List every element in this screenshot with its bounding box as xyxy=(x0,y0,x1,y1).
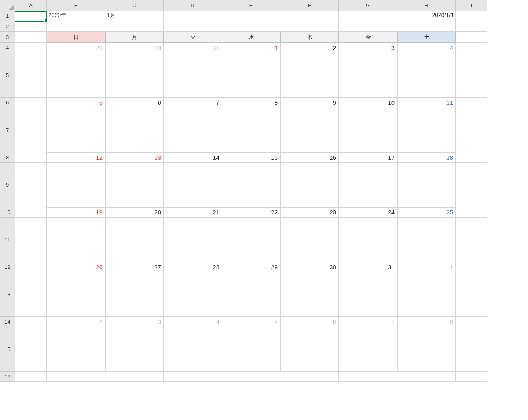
cell-A14[interactable] xyxy=(15,317,47,327)
calendar-day-number[interactable]: 4 xyxy=(397,43,456,53)
calendar-day-number[interactable]: 23 xyxy=(280,207,339,218)
calendar-day-number[interactable]: 17 xyxy=(339,152,397,163)
cell-A1[interactable] xyxy=(15,11,47,21)
calendar-day-number[interactable]: 6 xyxy=(105,98,164,108)
calendar-day-body[interactable] xyxy=(280,327,339,372)
calendar-day-body[interactable] xyxy=(47,327,105,372)
calendar-day-body[interactable] xyxy=(339,218,397,262)
row-header-7[interactable]: 7 xyxy=(0,108,15,152)
row-header-14[interactable]: 14 xyxy=(0,317,15,327)
day-header-1[interactable]: 月 xyxy=(105,32,164,43)
calendar-day-number[interactable]: 7 xyxy=(164,98,222,108)
cell-D2[interactable] xyxy=(164,21,222,32)
cell-A15[interactable] xyxy=(15,327,47,372)
cell-E2[interactable] xyxy=(222,21,280,32)
calendar-day-body[interactable] xyxy=(47,108,105,152)
row-header-5[interactable]: 5 xyxy=(0,53,15,98)
calendar-day-number[interactable]: 15 xyxy=(222,152,280,163)
calendar-day-number[interactable]: 2 xyxy=(280,43,339,53)
column-header-E[interactable]: E xyxy=(222,0,280,11)
row-header-10[interactable]: 10 xyxy=(0,207,15,218)
cell-I8[interactable] xyxy=(456,152,487,163)
cell-H2[interactable] xyxy=(397,21,456,32)
calendar-day-number[interactable]: 1 xyxy=(222,43,280,53)
calendar-day-body[interactable] xyxy=(222,218,280,262)
cell-I15[interactable] xyxy=(456,327,487,372)
calendar-day-number[interactable]: 8 xyxy=(222,98,280,108)
calendar-day-number[interactable]: 5 xyxy=(47,98,105,108)
column-header-I[interactable]: I xyxy=(456,0,487,11)
calendar-day-number[interactable]: 3 xyxy=(339,43,397,53)
calendar-day-number[interactable]: 30 xyxy=(105,43,164,53)
cell-F1[interactable] xyxy=(280,11,339,21)
day-header-5[interactable]: 金 xyxy=(339,32,397,43)
cell-A11[interactable] xyxy=(15,218,47,262)
calendar-day-body[interactable] xyxy=(339,53,397,98)
calendar-day-body[interactable] xyxy=(397,108,456,152)
cell-C16[interactable] xyxy=(105,372,164,382)
calendar-day-number[interactable]: 31 xyxy=(164,43,222,53)
cell-I14[interactable] xyxy=(456,317,487,327)
cell-A12[interactable] xyxy=(15,262,47,272)
calendar-day-body[interactable] xyxy=(280,272,339,317)
calendar-day-number[interactable]: 29 xyxy=(222,262,280,272)
calendar-day-body[interactable] xyxy=(222,53,280,98)
cell-I4[interactable] xyxy=(456,43,487,53)
calendar-day-body[interactable] xyxy=(105,327,164,372)
calendar-day-body[interactable] xyxy=(339,108,397,152)
cell-I3[interactable] xyxy=(456,32,487,43)
cell-B16[interactable] xyxy=(47,372,105,382)
calendar-day-body[interactable] xyxy=(105,272,164,317)
calendar-day-number[interactable]: 14 xyxy=(164,152,222,163)
calendar-day-body[interactable] xyxy=(164,327,222,372)
calendar-day-body[interactable] xyxy=(105,218,164,262)
calendar-day-number[interactable]: 10 xyxy=(339,98,397,108)
row-header-13[interactable]: 13 xyxy=(0,272,15,317)
cell-D1[interactable] xyxy=(164,11,222,21)
cell-A5[interactable] xyxy=(15,53,47,98)
cell-I5[interactable] xyxy=(456,53,487,98)
calendar-day-number[interactable]: 26 xyxy=(47,262,105,272)
column-header-C[interactable]: C xyxy=(105,0,164,11)
cell-I12[interactable] xyxy=(456,262,487,272)
column-header-A[interactable]: A xyxy=(15,0,47,11)
calendar-day-number[interactable]: 6 xyxy=(280,317,339,327)
row-header-8[interactable]: 8 xyxy=(0,152,15,163)
calendar-day-number[interactable]: 1 xyxy=(397,262,456,272)
cell-A8[interactable] xyxy=(15,152,47,163)
row-header-15[interactable]: 15 xyxy=(0,327,15,372)
calendar-day-number[interactable]: 4 xyxy=(164,317,222,327)
cell-A16[interactable] xyxy=(15,372,47,382)
calendar-day-number[interactable]: 28 xyxy=(164,262,222,272)
cell-I1[interactable] xyxy=(456,11,487,21)
cell-I16[interactable] xyxy=(456,372,487,382)
calendar-day-body[interactable] xyxy=(222,108,280,152)
calendar-day-body[interactable] xyxy=(164,218,222,262)
row-header-6[interactable]: 6 xyxy=(0,98,15,108)
calendar-day-body[interactable] xyxy=(164,272,222,317)
cell-I13[interactable] xyxy=(456,272,487,317)
calendar-day-body[interactable] xyxy=(397,327,456,372)
calendar-day-body[interactable] xyxy=(222,163,280,207)
calendar-day-body[interactable] xyxy=(105,163,164,207)
calendar-day-number[interactable]: 20 xyxy=(105,207,164,218)
calendar-day-body[interactable] xyxy=(105,108,164,152)
day-header-4[interactable]: 木 xyxy=(280,32,339,43)
calendar-day-number[interactable]: 31 xyxy=(339,262,397,272)
cell-I7[interactable] xyxy=(456,108,487,152)
cell-A6[interactable] xyxy=(15,98,47,108)
calendar-day-body[interactable] xyxy=(339,327,397,372)
cell-G1[interactable] xyxy=(339,11,397,21)
day-header-3[interactable]: 水 xyxy=(222,32,280,43)
calendar-day-number[interactable]: 8 xyxy=(397,317,456,327)
cell-A3[interactable] xyxy=(15,32,47,43)
day-header-6[interactable]: 土 xyxy=(397,32,456,43)
cell-G16[interactable] xyxy=(339,372,397,382)
calendar-day-number[interactable]: 9 xyxy=(280,98,339,108)
calendar-day-body[interactable] xyxy=(47,163,105,207)
calendar-day-number[interactable]: 27 xyxy=(105,262,164,272)
calendar-day-number[interactable]: 12 xyxy=(47,152,105,163)
calendar-day-body[interactable] xyxy=(397,218,456,262)
cell-D16[interactable] xyxy=(164,372,222,382)
cell-H16[interactable] xyxy=(397,372,456,382)
